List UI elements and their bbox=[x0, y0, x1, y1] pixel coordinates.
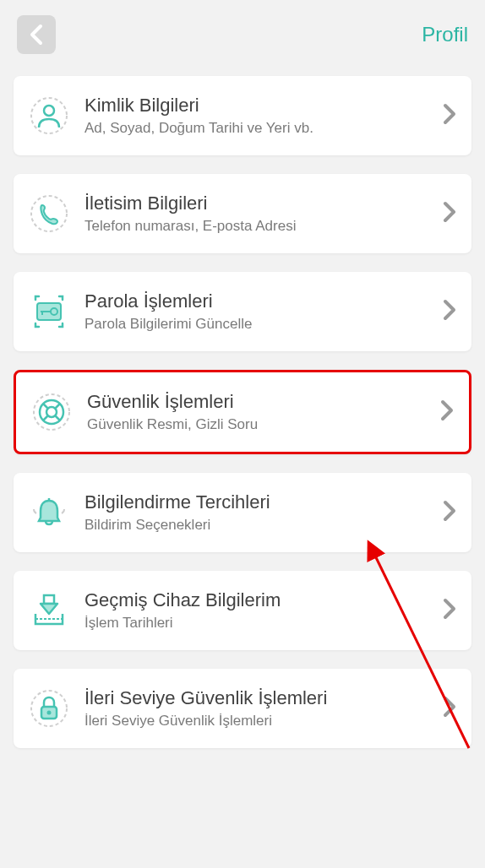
settings-item-subtitle: Ad, Soyad, Doğum Tarihi ve Yeri vb. bbox=[84, 120, 443, 137]
settings-item-contact[interactable]: İletisim Bilgileri Telefon numarası, E-p… bbox=[14, 174, 471, 253]
settings-item-subtitle: Güvenlik Resmi, Gizli Soru bbox=[87, 416, 440, 433]
svg-point-2 bbox=[31, 196, 67, 231]
phone-icon bbox=[29, 193, 69, 234]
key-card-icon bbox=[29, 291, 69, 332]
settings-item-text: Güvenlik İşlemleri Güvenlik Resmi, Gizli… bbox=[72, 391, 440, 433]
svg-rect-15 bbox=[44, 595, 54, 604]
header: Profil bbox=[0, 0, 485, 69]
settings-item-title: Güvenlik İşlemleri bbox=[87, 391, 440, 413]
settings-item-subtitle: İşlem Tarihleri bbox=[84, 615, 443, 632]
settings-item-text: Geçmiş Cihaz Bilgilerim İşlem Tarihleri bbox=[69, 589, 443, 632]
settings-item-device-history[interactable]: Geçmiş Cihaz Bilgilerim İşlem Tarihleri bbox=[14, 571, 471, 650]
chevron-right-icon bbox=[443, 299, 456, 324]
settings-item-advanced-security[interactable]: İleri Seviye Güvenlik İşlemleri İleri Se… bbox=[14, 669, 471, 748]
settings-item-security[interactable]: Güvenlik İşlemleri Güvenlik Resmi, Gizli… bbox=[14, 370, 471, 454]
settings-item-subtitle: Bildirim Seçenekleri bbox=[84, 517, 443, 534]
settings-item-title: Kimlik Bilgileri bbox=[84, 95, 443, 117]
chevron-right-icon bbox=[443, 598, 456, 623]
svg-point-20 bbox=[47, 711, 52, 715]
chevron-right-icon bbox=[443, 103, 456, 128]
settings-item-title: İletisim Bilgileri bbox=[84, 193, 443, 214]
download-icon bbox=[29, 590, 69, 631]
settings-item-text: Kimlik Bilgileri Ad, Soyad, Doğum Tarihi… bbox=[69, 95, 443, 137]
settings-item-title: Parola İşlemleri bbox=[84, 290, 443, 312]
settings-item-text: İleri Seviye Güvenlik İşlemleri İleri Se… bbox=[69, 687, 443, 730]
svg-line-12 bbox=[43, 415, 48, 420]
svg-marker-16 bbox=[41, 604, 57, 614]
profile-link[interactable]: Profil bbox=[422, 23, 468, 46]
chevron-left-icon bbox=[29, 23, 44, 46]
settings-item-subtitle: İleri Seviye Güvenlik İşlemleri bbox=[84, 713, 443, 730]
chevron-right-icon bbox=[443, 696, 456, 721]
settings-item-title: Geçmiş Cihaz Bilgilerim bbox=[84, 589, 443, 611]
chevron-right-icon bbox=[440, 399, 454, 425]
settings-item-notifications[interactable]: Bilgilendirme Tercihleri Bildirim Seçene… bbox=[14, 473, 471, 552]
settings-item-subtitle: Telefon numarası, E-posta Adresi bbox=[84, 218, 443, 235]
settings-item-identity[interactable]: Kimlik Bilgileri Ad, Soyad, Doğum Tarihi… bbox=[14, 76, 471, 155]
settings-item-password[interactable]: Parola İşlemleri Parola Bilgilerimi Günc… bbox=[14, 272, 471, 351]
lifebuoy-icon bbox=[31, 392, 72, 432]
settings-item-text: Bilgilendirme Tercihleri Bildirim Seçene… bbox=[69, 491, 443, 534]
svg-point-1 bbox=[44, 106, 54, 116]
back-button[interactable] bbox=[17, 15, 56, 54]
settings-item-subtitle: Parola Bilgilerimi Güncelle bbox=[84, 316, 443, 333]
settings-item-title: Bilgilendirme Tercihleri bbox=[84, 491, 443, 513]
chevron-right-icon bbox=[443, 500, 456, 525]
bell-icon bbox=[29, 492, 69, 533]
person-icon bbox=[29, 95, 69, 136]
svg-line-10 bbox=[43, 404, 48, 409]
chevron-right-icon bbox=[443, 201, 456, 226]
settings-list: Kimlik Bilgileri Ad, Soyad, Doğum Tarihi… bbox=[0, 69, 485, 748]
settings-item-title: İleri Seviye Güvenlik İşlemleri bbox=[84, 687, 443, 709]
svg-line-11 bbox=[55, 404, 60, 409]
settings-item-text: İletisim Bilgileri Telefon numarası, E-p… bbox=[69, 193, 443, 235]
settings-item-text: Parola İşlemleri Parola Bilgilerimi Günc… bbox=[69, 290, 443, 333]
lock-icon bbox=[29, 688, 69, 729]
svg-line-13 bbox=[55, 415, 60, 420]
